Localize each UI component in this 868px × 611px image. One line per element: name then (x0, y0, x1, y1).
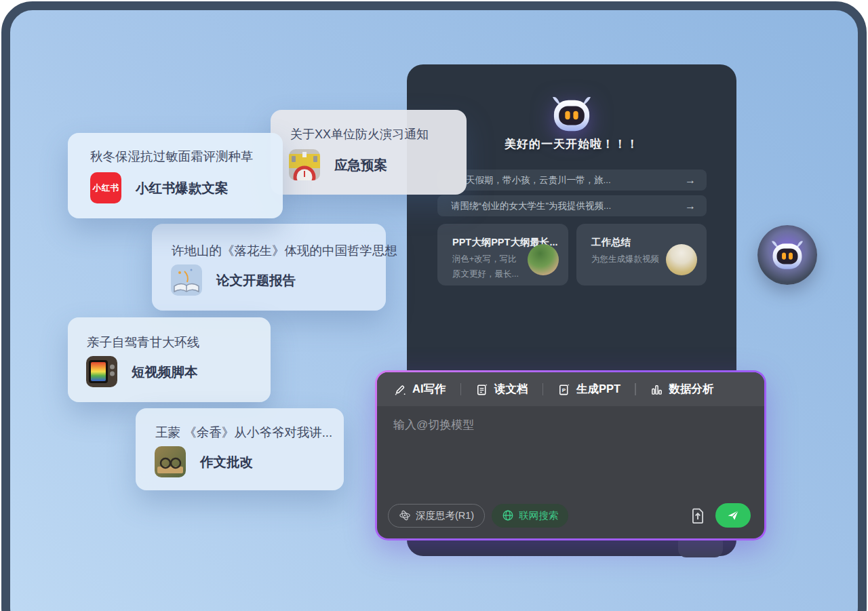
glasses-book-photo-icon (155, 446, 186, 477)
card-title: 王蒙 《余香》从小爷爷对我讲... (155, 424, 332, 441)
card-label: 应急预案 (334, 156, 387, 174)
ppt-file-icon: P (557, 383, 570, 396)
card-label: 短视频脚本 (132, 363, 198, 381)
composer-tab-bar: AI写作 读文档 P (377, 372, 764, 406)
send-button[interactable] (715, 503, 751, 528)
prompt-card-desc: 润色+改写，写比 (452, 254, 517, 265)
divider (460, 383, 462, 395)
composer-panel: AI写作 读文档 P (375, 370, 766, 540)
app-window: 美好的一天开始啦！！！ 天假期，带小孩，云贵川一带，旅... → 请围绕“创业的… (0, 0, 868, 611)
card-label: 小红书爆款文案 (136, 179, 229, 197)
tab-generate-ppt[interactable]: P 生成PPT (557, 382, 620, 397)
tab-label: AI写作 (412, 382, 446, 397)
upload-file-icon (690, 507, 706, 524)
card-essay-correction[interactable]: 王蒙 《余香》从小爷爷对我讲... 作文批改 (136, 408, 344, 490)
avatar (666, 244, 697, 275)
prompt-card-desc: 原文更好，最长... (452, 269, 519, 280)
tab-data-analysis[interactable]: 数据分析 (650, 382, 714, 397)
globe-icon (502, 509, 514, 521)
card-label: 论文开题报告 (216, 271, 296, 290)
prompt-card-ppt-outline[interactable]: PPT大纲PPT大纲最长... 润色+改写，写比 原文更好，最长... (437, 224, 568, 285)
document-sparkle-icon (475, 383, 488, 396)
card-title: 关于XX单位防火演习通知 (290, 126, 429, 142)
upload-file-button[interactable] (687, 504, 709, 527)
paper-plane-icon (726, 509, 740, 522)
suggestion-text: 请围绕“创业的女大学生”为我提供视频... (451, 200, 679, 212)
card-short-video-script[interactable]: 亲子自驾青甘大环线 短视频脚本 (68, 317, 271, 402)
robot-mascot-icon (769, 239, 806, 271)
tab-ai-writing[interactable]: AI写作 (393, 382, 446, 397)
card-title: 许地山的《落花生》体现的中国哲学思想 (172, 242, 397, 259)
tab-label: 读文档 (494, 382, 528, 397)
card-label: 作文批改 (200, 453, 253, 471)
fire-alarm-photo-icon (289, 149, 320, 180)
prompt-card-desc: 为您生成爆款视频 (591, 254, 659, 265)
composer-toolbar: 深度思考(R1) 联网搜索 (388, 503, 751, 528)
card-title: 秋冬保湿抗过敏面霜评测种草 (90, 148, 254, 165)
atom-icon (399, 509, 411, 521)
suggestion-pill-1[interactable]: 天假期，带小孩，云贵川一带，旅... → (437, 170, 707, 191)
suggestion-text: 天假期，带小孩，云贵川一带，旅... (466, 174, 679, 186)
prompt-card-work-summary[interactable]: 工作总结 为您生成爆款视频 (576, 224, 707, 285)
xiaohongshu-logo-icon: 小红书 (90, 172, 121, 203)
bar-chart-icon (650, 383, 663, 396)
prompt-card-title: 工作总结 (591, 236, 631, 249)
card-thesis-proposal[interactable]: 许地山的《落花生》体现的中国哲学思想 论文开题报告 (152, 224, 386, 311)
deep-think-toggle[interactable]: 深度思考(R1) (388, 504, 485, 528)
card-title: 亲子自驾青甘大环线 (87, 334, 200, 351)
retro-tv-photo-icon (86, 356, 117, 387)
message-input[interactable] (377, 406, 764, 500)
suggestion-pill-2[interactable]: 请围绕“创业的女大学生”为我提供视频... → (437, 195, 707, 216)
deep-think-label: 深度思考(R1) (416, 509, 474, 522)
tab-read-document[interactable]: 读文档 (475, 382, 528, 397)
open-book-photo-icon (171, 264, 202, 296)
arrow-right-icon: → (685, 200, 696, 212)
card-xiaohongshu-copy[interactable]: 秋冬保湿抗过敏面霜评测种草 小红书 小红书爆款文案 (68, 133, 283, 218)
tab-label: 数据分析 (669, 382, 714, 397)
web-search-toggle[interactable]: 联网搜索 (492, 504, 568, 528)
avatar (528, 244, 559, 275)
assistant-floating-button[interactable] (757, 225, 817, 285)
pen-sparkle-icon (393, 383, 406, 396)
card-emergency-plan[interactable]: 关于XX单位防火演习通知 应急预案 (271, 110, 467, 195)
arrow-right-icon: → (685, 174, 696, 186)
svg-text:P: P (562, 387, 566, 393)
tab-label: 生成PPT (576, 382, 620, 397)
divider (635, 383, 636, 395)
divider (542, 383, 544, 395)
web-search-label: 联网搜索 (519, 509, 558, 522)
